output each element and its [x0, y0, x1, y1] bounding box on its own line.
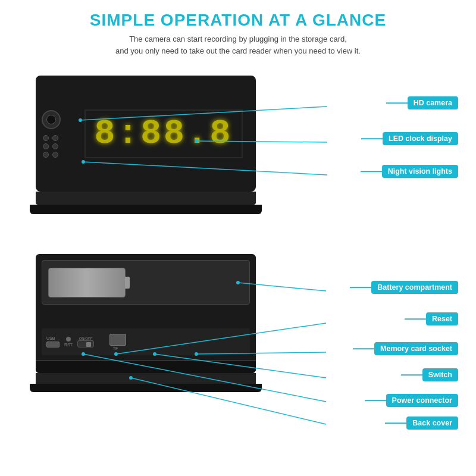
back-body: USB RST ON/OFF TF	[36, 254, 256, 373]
night-dot	[52, 135, 58, 141]
back-stand	[36, 373, 256, 384]
camera-lens	[42, 110, 61, 129]
page-subtitle: The camera can start recording by pluggi…	[115, 33, 361, 57]
ports-row: USB RST ON/OFF TF	[42, 328, 250, 355]
night-dot	[52, 152, 58, 158]
usb-port: USB	[46, 336, 60, 347]
page: SIMPLE OPERATION AT A GLANCE The camera …	[0, 0, 476, 476]
clock-stand	[36, 192, 256, 205]
clock-base	[30, 205, 262, 214]
back-device: USB RST ON/OFF TF	[30, 254, 262, 415]
label-hd-camera: HD camera	[408, 96, 458, 109]
night-vision-dots	[43, 135, 60, 158]
clock-device: 8:88.8	[30, 76, 262, 227]
diagram-back: USB RST ON/OFF TF	[12, 248, 464, 439]
back-cover-strip	[36, 360, 256, 373]
switch-toggle	[77, 340, 94, 347]
label-switch: Switch	[422, 368, 458, 381]
label-led-clock: LED clock display	[383, 132, 458, 145]
night-dot	[43, 152, 49, 158]
label-back-cover: Back cover	[406, 416, 458, 430]
diagram-front: 8:88.8 HD camera LED clock displ	[12, 64, 464, 242]
battery-compartment	[42, 260, 250, 305]
back-base	[30, 384, 262, 392]
night-dot	[43, 135, 49, 141]
tf-label: TF	[113, 346, 118, 350]
camera-lens-inner	[46, 115, 56, 124]
camera-side	[42, 110, 61, 158]
diagrams-container: 8:88.8 HD camera LED clock displ	[12, 64, 464, 439]
label-reset: Reset	[426, 312, 458, 325]
clock-body: 8:88.8	[36, 76, 256, 192]
label-night-vision: Night vision lights	[382, 165, 458, 178]
label-battery: Battery compartment	[371, 281, 458, 294]
onoff-label: ON/OFF	[79, 337, 93, 340]
night-dot	[52, 143, 58, 149]
tf-slot	[109, 334, 126, 346]
label-power-connector: Power connector	[386, 394, 458, 407]
clock-display-area: 8:88.8	[84, 109, 243, 158]
reset-button	[66, 337, 71, 342]
label-memory-card: Memory card socket	[374, 342, 458, 355]
night-dot	[43, 143, 49, 149]
usb-label: USB	[46, 336, 55, 340]
usb-connector	[46, 342, 60, 347]
rst-label: RST	[64, 343, 73, 347]
battery-cell	[48, 268, 126, 298]
clock-digits: 8:88.8	[95, 117, 233, 151]
page-title: SIMPLE OPERATION AT A GLANCE	[90, 11, 386, 30]
